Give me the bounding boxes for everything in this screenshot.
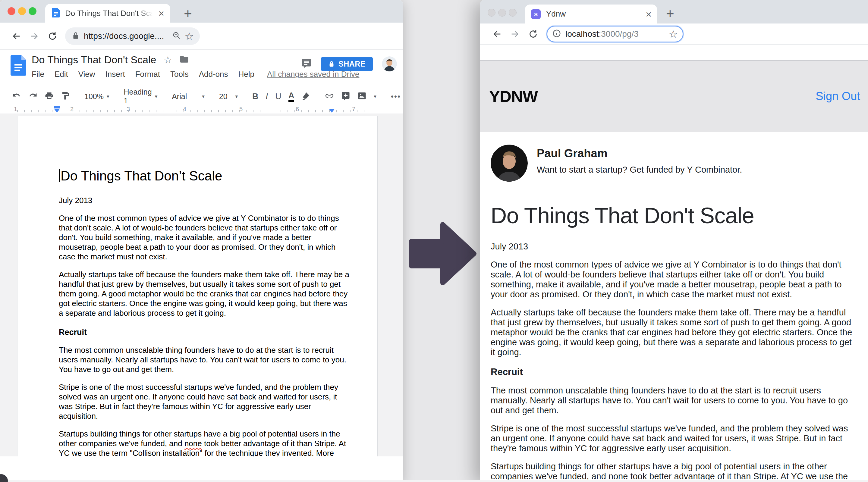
sign-out-link[interactable]: Sign Out (815, 90, 860, 103)
menu-view[interactable]: View (79, 70, 95, 79)
author-profile: Paul Graham Want to start a startup? Get… (491, 144, 858, 182)
text-cursor (59, 169, 60, 182)
insert-link-icon[interactable] (325, 91, 334, 101)
star-document-icon[interactable]: ☆ (163, 54, 172, 66)
bookmark-star-icon[interactable]: ☆ (185, 30, 194, 42)
ruler[interactable]: 1 2 3 4 5 6 7 (0, 105, 403, 114)
paint-format-icon[interactable] (61, 91, 70, 101)
menu-tools[interactable]: Tools (170, 70, 189, 79)
print-icon[interactable] (44, 91, 54, 101)
minimize-window-button[interactable] (18, 7, 26, 15)
insert-comment-icon[interactable] (341, 91, 350, 101)
google-docs-favicon (52, 8, 60, 19)
menu-format[interactable]: Format (135, 70, 160, 79)
site-brand[interactable]: YDNW (489, 87, 538, 106)
info-icon[interactable] (552, 29, 561, 39)
right-browser-toolbar: localhost:3000/pg/3 ☆ (480, 24, 868, 44)
forward-icon[interactable] (506, 29, 524, 39)
back-icon[interactable] (7, 31, 25, 41)
reload-icon[interactable] (43, 31, 61, 41)
comments-icon[interactable] (301, 58, 312, 70)
post-paragraph: The most common unscalable thing founder… (491, 386, 858, 415)
left-browser-toolbar: https://docs.google.... ☆ (0, 23, 403, 50)
text-color-button[interactable]: A (288, 91, 294, 102)
spellcheck-flagged-word: none (184, 439, 202, 448)
post-paragraph: Actually startups take off because the f… (491, 308, 858, 357)
post-paragraph: Stripe is one of the most successful sta… (491, 423, 858, 453)
ruler-number: 7 (352, 106, 355, 113)
author-name: Paul Graham (537, 147, 742, 160)
desktop: Do Things That Don't Scale - G × + https… (0, 0, 868, 482)
zoom-window-button[interactable] (509, 9, 517, 17)
document-title[interactable]: Do Things That Don't Scale (32, 54, 156, 66)
doc-title-line: Do Things That Don’t Scale (59, 168, 351, 184)
zoom-select[interactable]: 100%▾ (84, 92, 110, 101)
close-window-button[interactable] (7, 7, 16, 15)
account-avatar[interactable] (382, 56, 397, 71)
left-tab-strip: Do Things That Don't Scale - G × + (0, 0, 403, 23)
ruler-number: 1 (14, 106, 17, 113)
right-tab-strip: s Ydnw × + (480, 0, 868, 24)
font-family-select[interactable]: Arial▾ (172, 92, 205, 101)
browser-tab-docs[interactable]: Do Things That Don't Scale - G × (45, 4, 170, 23)
redo-icon[interactable] (28, 91, 37, 101)
italic-button[interactable]: I (266, 92, 268, 101)
zoom-window-button[interactable] (29, 7, 36, 15)
indent-marker[interactable] (54, 106, 60, 108)
more-options-button[interactable]: ••• (391, 92, 401, 101)
left-margin-marker[interactable] (54, 109, 60, 113)
highlight-color-icon[interactable] (301, 91, 310, 101)
menu-edit[interactable]: Edit (55, 70, 68, 79)
window-controls (7, 7, 36, 15)
post-paragraph: Startups building things for other start… (491, 461, 858, 482)
doc-date: July 2013 (59, 196, 351, 205)
right-margin-marker[interactable] (329, 109, 335, 113)
author-avatar (491, 144, 528, 182)
forward-icon[interactable] (25, 31, 43, 41)
new-tab-button[interactable]: + (184, 5, 192, 22)
document-canvas: Do Things That Don’t Scale July 2013 One… (0, 114, 403, 456)
author-tagline: Want to start a startup? Get funded by Y… (537, 165, 742, 175)
ydnw-favicon: s (531, 9, 541, 19)
left-browser-window: Do Things That Don't Scale - G × + https… (0, 0, 403, 482)
font-size-select[interactable]: 20▾ (219, 92, 238, 101)
address-bar[interactable]: https://docs.google.... ☆ (65, 27, 200, 45)
bookmark-star-icon[interactable]: ☆ (669, 28, 678, 40)
post-date: July 2013 (491, 242, 858, 252)
address-bar-focused[interactable]: localhost:3000/pg/3 ☆ (547, 26, 684, 42)
docs-header: Do Things That Don't Scale ☆ File Edit V… (0, 50, 403, 87)
transform-arrow-graphic (407, 220, 478, 287)
share-lock-icon (328, 61, 335, 67)
bold-button[interactable]: B (252, 92, 258, 101)
share-button[interactable]: SHARE (321, 57, 373, 71)
minimize-window-button[interactable] (498, 9, 506, 17)
post-paragraph: One of the most common types of advice w… (491, 260, 858, 299)
paragraph-style-select[interactable]: Heading 1▾ (124, 88, 158, 105)
menu-insert[interactable]: Insert (105, 70, 125, 79)
close-tab-icon[interactable]: × (646, 9, 652, 19)
undo-icon[interactable] (12, 91, 21, 101)
back-icon[interactable] (488, 29, 506, 39)
screen-bottom-edge (0, 480, 868, 482)
document-page[interactable]: Do Things That Don’t Scale July 2013 One… (17, 116, 378, 456)
insert-image-icon[interactable] (358, 91, 367, 101)
right-browser-window: s Ydnw × + localhost:3000/pg/3 ☆ (480, 0, 868, 482)
doc-paragraph: Startups building things for other start… (59, 429, 351, 456)
zoom-out-icon[interactable] (172, 31, 181, 41)
close-tab-icon[interactable]: × (158, 8, 164, 19)
menu-addons[interactable]: Add-ons (199, 70, 228, 79)
ruler-number: 4 (183, 106, 186, 113)
menu-file[interactable]: File (32, 70, 44, 79)
browser-tab-ydnw[interactable]: s Ydnw × (525, 4, 657, 24)
new-tab-button[interactable]: + (666, 5, 674, 22)
image-options-caret-icon[interactable]: ▾ (374, 93, 376, 100)
window-controls (488, 9, 517, 17)
google-docs-logo[interactable] (10, 55, 26, 77)
ruler-number: 2 (70, 106, 73, 113)
underline-button[interactable]: U (275, 92, 281, 101)
menu-help[interactable]: Help (239, 70, 254, 79)
close-window-button[interactable] (488, 9, 495, 17)
reload-icon[interactable] (524, 29, 542, 39)
ruler-number: 5 (239, 106, 243, 113)
move-to-folder-icon[interactable] (179, 55, 189, 65)
